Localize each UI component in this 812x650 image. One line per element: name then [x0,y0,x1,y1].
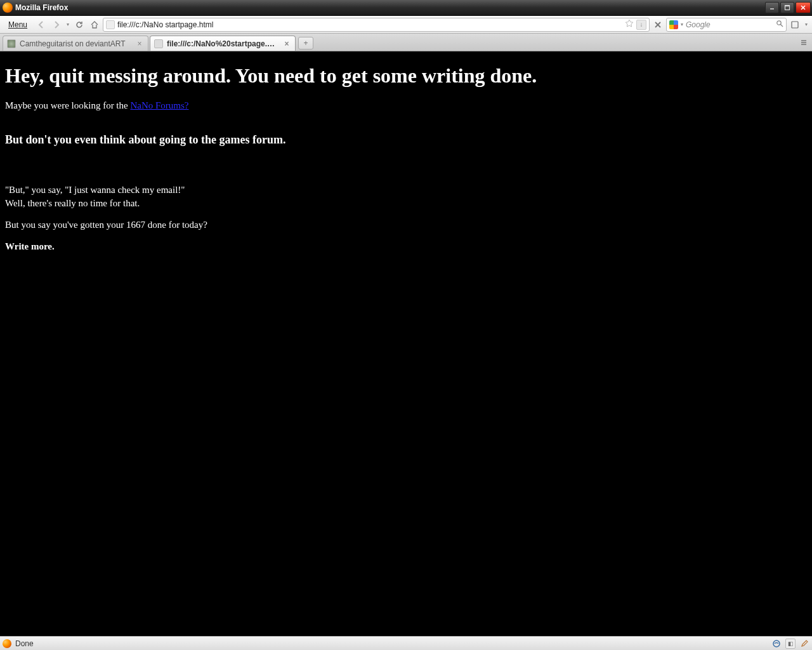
minimize-button[interactable] [765,2,779,13]
home-button[interactable] [88,18,102,32]
tab-list-button[interactable] [798,37,809,48]
nano-forums-link[interactable]: NaNo Forums? [130,100,188,110]
status-edit-icon[interactable] [799,639,809,649]
window-titlebar: Mozilla Firefox [0,0,812,16]
svg-point-13 [773,640,780,647]
close-button[interactable] [796,2,811,13]
url-text: file:///c:/NaNo startpage.html [117,20,622,29]
status-extension-icon[interactable]: ◧ [785,639,796,649]
bookmark-star-icon[interactable] [625,19,634,30]
svg-rect-9 [792,22,798,28]
svg-line-8 [781,25,783,27]
svg-point-7 [777,21,781,25]
intro-text: Maybe you were looking for the [5,100,130,110]
search-box[interactable]: ▾ Google [666,18,787,32]
go-button[interactable]: ↓ [636,20,646,30]
status-activity-icon[interactable] [771,639,782,649]
menu-label: Menu [8,20,27,29]
tab-close-button[interactable]: × [135,39,144,48]
file-favicon [154,39,163,48]
addon-button[interactable] [788,18,802,32]
search-placeholder: Google [686,20,773,29]
intro-paragraph: Maybe you were looking for the NaNo Foru… [5,99,807,112]
tab-nano-startpage[interactable]: file:///c:/NaNo%20startpage.html × [150,36,296,51]
back-button[interactable] [34,18,48,32]
deviantart-favicon [7,39,16,48]
stop-button[interactable] [651,18,665,32]
body-line-1: "But," you say, "I just wanna check my e… [5,183,807,209]
forward-button[interactable] [49,18,63,32]
write-more: Write more. [5,240,807,253]
subheading: But don't you even think about going to … [5,133,807,147]
new-tab-button[interactable]: + [298,37,313,50]
google-icon [669,20,678,29]
tab-label: Camtheguitarist on deviantART [20,39,131,48]
firefox-status-icon [3,639,11,648]
page-favicon [106,20,115,29]
address-bar[interactable]: file:///c:/NaNo startpage.html ↓ [103,18,650,32]
status-text: Done [15,639,768,648]
tab-close-button[interactable]: × [282,39,291,48]
reload-button[interactable] [72,18,86,32]
search-engine-dropdown-icon[interactable]: ▾ [681,22,683,27]
status-bar: Done ◧ [0,636,812,650]
tab-label: file:///c:/NaNo%20startpage.html [167,39,278,48]
history-dropdown-icon[interactable]: ▾ [65,22,71,27]
app-menu-button[interactable]: Menu [3,18,33,31]
addon-dropdown-icon[interactable]: ▾ [803,22,809,27]
maximize-button[interactable] [780,2,794,13]
window-title: Mozilla Firefox [15,3,765,12]
page-heading: Hey, quit messing around. You need to ge… [5,64,807,88]
tab-deviantart[interactable]: Camtheguitarist on deviantART × [3,36,148,51]
body-line-3: But you say you've gotten your 1667 done… [5,218,807,231]
firefox-logo-icon [3,3,13,13]
search-submit-icon[interactable] [776,20,783,29]
page-content: Hey, quit messing around. You need to ge… [0,51,812,636]
tab-strip: Camtheguitarist on deviantART × file:///… [0,34,812,51]
navigation-toolbar: Menu ▾ file:///c:/NaNo startpage.html ↓ … [0,16,812,34]
